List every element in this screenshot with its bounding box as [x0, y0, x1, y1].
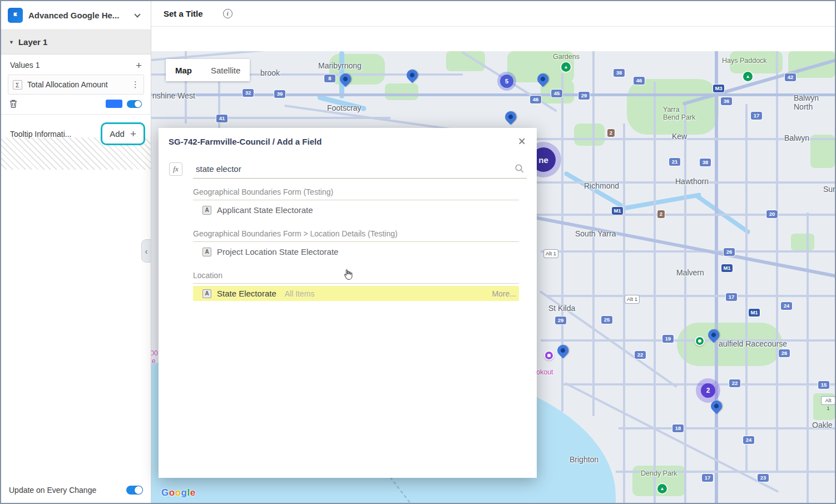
route-badge: 21 [669, 158, 680, 166]
road [619, 192, 701, 211]
map-pin-green-dot[interactable] [695, 336, 705, 346]
map-cluster-marker[interactable]: 5 [500, 75, 513, 88]
value-field-card[interactable]: Σ Total Allocation Amount ⋮ [8, 75, 144, 95]
route-badge: 23 [758, 474, 769, 482]
map-label: Maribyrnong [318, 61, 362, 70]
app-logo-icon [8, 8, 23, 23]
road [151, 93, 835, 96]
road [541, 250, 835, 253]
trash-icon[interactable] [9, 99, 18, 108]
dialog-title: SG-742-Farmville-Council / Add a Field [169, 137, 321, 146]
map-label: Malvern [676, 268, 704, 277]
close-icon[interactable]: × [515, 133, 529, 150]
field-result-item[interactable]: A Project Location State Electorate [193, 244, 519, 259]
route-badge: 18 [672, 424, 684, 432]
main-topbar: Set a Title i [151, 1, 835, 27]
map-pin-pin[interactable] [404, 67, 420, 83]
map-pin-tree[interactable]: ▲ [657, 484, 667, 493]
field-menu-icon[interactable]: ⋮ [131, 80, 139, 90]
sigma-icon: Σ [13, 80, 22, 90]
app-window: Advanced Google He... ▼ Layer 1 Values 1… [0, 0, 836, 504]
road [654, 82, 656, 503]
app-title[interactable]: Advanced Google He... [28, 11, 130, 20]
route-badge: 36 [721, 97, 732, 105]
route-badge: 32 [243, 89, 254, 97]
map-cluster-marker[interactable]: 2 [701, 383, 715, 398]
map-label: okout [536, 368, 553, 376]
map-label: South Yarra [575, 229, 616, 238]
park-area [574, 123, 605, 146]
road [151, 117, 390, 119]
search-input[interactable] [193, 164, 515, 174]
map-label: Gardens [553, 53, 580, 61]
values-label: Values 1 [10, 61, 39, 70]
update-on-change-toggle[interactable] [126, 486, 143, 495]
route-badge: 22 [635, 351, 646, 359]
map-label: Surr [823, 185, 835, 194]
route-badge: M1 [749, 309, 760, 317]
park-area [385, 83, 418, 100]
route-badge: 17 [751, 112, 762, 120]
sidebar-collapse-handle[interactable]: ‹ [141, 239, 151, 263]
more-link[interactable]: More... [492, 289, 519, 298]
route-badge: Alt 1 [544, 250, 558, 258]
map-label: Balwyn [784, 134, 809, 142]
text-field-icon: A [202, 289, 211, 298]
map-label: Oakle [812, 421, 833, 429]
plus-icon: + [130, 129, 136, 139]
formula-fx-button[interactable]: fx [169, 162, 182, 176]
map-pin-pin[interactable] [709, 398, 724, 414]
field-actions-row [1, 95, 151, 115]
road [745, 104, 748, 471]
chevron-down-icon[interactable] [134, 11, 140, 17]
layer-label: Layer 1 [18, 37, 48, 47]
map-label: Yarra Bend Park [663, 106, 695, 122]
field-search [193, 159, 527, 179]
tooltip-add-button[interactable]: Add + [101, 122, 145, 145]
road [715, 51, 718, 503]
route-badge: 26 [779, 349, 790, 357]
field-result-label: Applicant State Electorate [217, 205, 313, 215]
map-pin-pin[interactable] [503, 109, 518, 125]
map-label: St Kilda [548, 304, 575, 313]
all-items-label: All Items [285, 289, 315, 298]
route-badge: 46 [530, 96, 541, 103]
map-pin-tree[interactable]: ▲ [743, 72, 753, 81]
map-label: aulfield Racecourse [719, 339, 787, 348]
update-label: Update on Every Change [9, 486, 96, 495]
map-label: nshine West [152, 91, 195, 100]
route-badge: M1 [721, 264, 733, 272]
layer-color-swatch[interactable] [106, 100, 122, 108]
page-title[interactable]: Set a Title [164, 9, 203, 18]
road [623, 123, 625, 503]
field-result-item-highlighted[interactable]: A State Electorate All Items More... [193, 286, 519, 301]
route-badge: 22 [729, 379, 740, 387]
field-result-item[interactable]: A Applicant State Electorate [193, 202, 519, 218]
route-badge: Alt 1 [822, 397, 835, 404]
map-pin-purple-dot[interactable] [544, 350, 554, 360]
value-field-label: Total Allocation Amount [27, 80, 126, 90]
field-result-label: Project Location State Electorate [217, 247, 338, 256]
route-badge: 29 [555, 317, 566, 324]
add-value-button[interactable]: + [136, 60, 142, 71]
google-logo[interactable]: Google [161, 487, 196, 498]
route-badge: 24 [781, 302, 792, 310]
search-results-list: Geographical Boundaries Form (Testing) A… [193, 182, 519, 301]
route-badge: 42 [785, 73, 796, 81]
road [563, 383, 835, 386]
layer-visibility-toggle[interactable] [127, 100, 142, 108]
values-row: Values 1 + [1, 57, 151, 73]
add-button-label: Add [110, 129, 125, 139]
map-pin-pin[interactable] [555, 343, 571, 358]
info-icon[interactable]: i [223, 9, 233, 18]
road [807, 213, 809, 503]
route-badge: 15 [818, 381, 829, 389]
map-button[interactable]: Map [166, 59, 201, 81]
group-header: Location [193, 266, 519, 284]
route-badge: 19 [662, 335, 674, 343]
map-pin-tree[interactable]: ▲ [561, 62, 571, 72]
satellite-button[interactable]: Satellite [201, 59, 250, 81]
route-badge: 45 [551, 90, 562, 97]
layer-header[interactable]: ▼ Layer 1 [1, 30, 151, 55]
app-header: Advanced Google He... [1, 1, 151, 30]
